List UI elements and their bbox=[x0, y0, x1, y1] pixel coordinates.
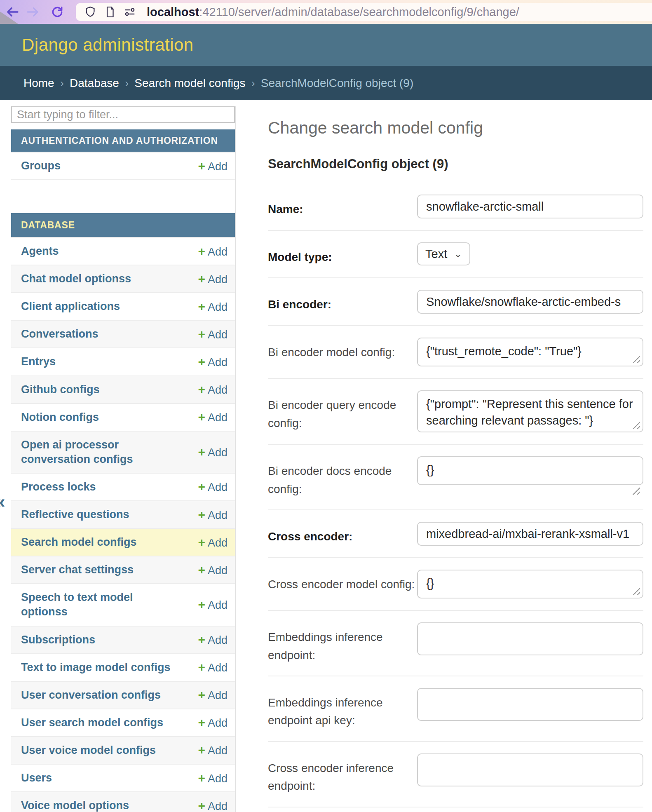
process-locks-link[interactable]: Process locks bbox=[21, 480, 96, 494]
auth-section-header[interactable]: AUTHENTICATION AND AUTHORIZATION bbox=[11, 129, 235, 152]
conversations-link[interactable]: Conversations bbox=[21, 327, 99, 341]
chat-model-optionss-link[interactable]: Chat model optionss bbox=[21, 272, 131, 286]
breadcrumb-search-model-configs[interactable]: Search model configs bbox=[134, 77, 245, 90]
resize-handle-icon[interactable] bbox=[630, 485, 640, 495]
cross-encoder-input[interactable] bbox=[417, 522, 643, 546]
sidebar-item-subscriptions: Subscriptions +Add bbox=[11, 626, 235, 653]
breadcrumb-home[interactable]: Home bbox=[23, 77, 54, 90]
text-to-image-model-configs-link[interactable]: Text to image model configs bbox=[21, 660, 171, 675]
page: localhost:42110/server/admin/database/se… bbox=[0, 0, 652, 812]
voice-model-options-link[interactable]: Voice model options bbox=[21, 798, 129, 812]
plus-icon: + bbox=[198, 660, 205, 674]
plus-icon: + bbox=[198, 300, 205, 313]
groups-link[interactable]: Groups bbox=[21, 159, 61, 173]
bi-encoder-model-config-label: Bi encoder model config: bbox=[268, 338, 417, 366]
add-user-search-model-configs-link[interactable]: +Add bbox=[198, 716, 227, 730]
url-host: localhost bbox=[147, 5, 199, 19]
cross-encoder-model-config-textarea[interactable]: {} bbox=[417, 570, 643, 598]
admin-header: Django administration bbox=[0, 24, 652, 66]
plus-icon: + bbox=[198, 743, 205, 757]
add-entrys-link[interactable]: +Add bbox=[198, 355, 227, 369]
admin-site-title[interactable]: Django administration bbox=[22, 35, 194, 55]
embeddings-inference-endpoint-input[interactable] bbox=[417, 622, 643, 655]
server-chat-settingss-link[interactable]: Server chat settingss bbox=[21, 563, 134, 577]
add-process-locks-link[interactable]: +Add bbox=[198, 480, 227, 494]
field-row-cross-encoder-inference-endpoint-api-key: Cross encoder inference endpoint api key… bbox=[268, 807, 643, 812]
add-voice-model-options-link[interactable]: +Add bbox=[198, 799, 227, 812]
entrys-link[interactable]: Entrys bbox=[21, 354, 56, 369]
back-button[interactable] bbox=[6, 5, 20, 19]
subscriptions-link[interactable]: Subscriptions bbox=[21, 633, 95, 647]
bi-encoder-docs-encode-config-textarea[interactable]: {} bbox=[417, 456, 643, 485]
reload-button[interactable] bbox=[50, 5, 64, 19]
add-notion-configs-link[interactable]: +Add bbox=[198, 410, 227, 424]
open-ai-processor-conversation-configs-link[interactable]: Open ai processor conversation configs bbox=[21, 438, 178, 467]
sidebar-item-conversations: Conversations +Add bbox=[11, 320, 235, 347]
add-speech-to-text-model-optionss-link[interactable]: +Add bbox=[198, 598, 227, 612]
user-conversation-configs-link[interactable]: User conversation configs bbox=[21, 688, 161, 702]
field-row-cross-encoder: Cross encoder: bbox=[268, 509, 643, 557]
model-type-select[interactable]: Text ⌄ bbox=[417, 242, 470, 265]
plus-icon: + bbox=[198, 383, 205, 396]
plus-icon: + bbox=[198, 244, 205, 258]
sidebar-item-users: Users +Add bbox=[11, 764, 235, 791]
name-label: Name: bbox=[268, 195, 417, 218]
add-users-link[interactable]: +Add bbox=[198, 771, 227, 785]
reflective-questions-link[interactable]: Reflective questions bbox=[21, 507, 129, 522]
shield-icon[interactable] bbox=[84, 6, 96, 18]
add-search-model-configs-link[interactable]: +Add bbox=[198, 535, 227, 549]
cross-encoder-model-config-label: Cross encoder model config: bbox=[268, 570, 417, 598]
sidebar-item-entrys: Entrys +Add bbox=[11, 347, 235, 375]
breadcrumb-database[interactable]: Database bbox=[70, 77, 119, 90]
bi-encoder-docs-encode-config-label: Bi encoder docs encode config: bbox=[268, 456, 417, 498]
forward-button[interactable] bbox=[26, 5, 40, 19]
add-agents-link[interactable]: +Add bbox=[198, 244, 227, 258]
add-reflective-questions-link[interactable]: +Add bbox=[198, 508, 227, 522]
add-user-voice-model-configs-link[interactable]: +Add bbox=[198, 743, 227, 757]
model-type-label: Model type: bbox=[268, 242, 417, 266]
bi-encoder-model-config-textarea[interactable]: {"trust_remote_code": "True"} bbox=[417, 338, 643, 366]
add-github-configs-link[interactable]: +Add bbox=[198, 383, 227, 397]
search-model-configs-link[interactable]: Search model configs bbox=[21, 535, 137, 549]
sidebar-item-agents: Agents +Add bbox=[11, 237, 235, 265]
add-user-conversation-configs-link[interactable]: +Add bbox=[198, 688, 227, 702]
add-client-applications-link[interactable]: +Add bbox=[198, 300, 227, 314]
agents-link[interactable]: Agents bbox=[21, 244, 59, 258]
add-text-to-image-model-configs-link[interactable]: +Add bbox=[198, 660, 227, 674]
user-voice-model-configs-link[interactable]: User voice model configs bbox=[21, 743, 156, 758]
add-chat-model-optionss-link[interactable]: +Add bbox=[198, 272, 227, 286]
speech-to-text-model-optionss-link[interactable]: Speech to text model optionss bbox=[21, 590, 178, 619]
add-open-ai-processor-conversation-configs-link[interactable]: +Add bbox=[198, 445, 227, 459]
sidebar-item-text-to-image-model-configs: Text to image model configs +Add bbox=[11, 653, 235, 681]
bi-encoder-query-encode-config-textarea[interactable]: {"prompt": "Represent this sentence for … bbox=[417, 390, 643, 432]
add-server-chat-settingss-link[interactable]: +Add bbox=[198, 563, 227, 577]
client-applications-link[interactable]: Client applications bbox=[21, 299, 120, 314]
sidebar-filter-input[interactable] bbox=[11, 106, 235, 123]
breadcrumb-separator: › bbox=[125, 77, 129, 90]
plus-icon: + bbox=[198, 716, 205, 729]
main-content: Change search model config SearchModelCo… bbox=[236, 100, 652, 812]
plus-icon: + bbox=[198, 508, 205, 521]
field-row-embeddings-inference-endpoint-api-key: Embeddings inference endpoint api key: bbox=[268, 676, 643, 741]
add-conversations-link[interactable]: +Add bbox=[198, 327, 227, 341]
user-search-model-configs-link[interactable]: User search model configs bbox=[21, 716, 163, 730]
add-groups-link[interactable]: +Add bbox=[198, 159, 227, 173]
sidebar-item-user-voice-model-configs: User voice model configs +Add bbox=[11, 736, 235, 764]
add-subscriptions-link[interactable]: +Add bbox=[198, 633, 227, 647]
address-bar[interactable]: localhost:42110/server/admin/database/se… bbox=[76, 3, 652, 21]
plus-icon: + bbox=[198, 445, 205, 459]
plus-icon: + bbox=[198, 799, 205, 812]
sidebar-item-user-search-model-configs: User search model configs +Add bbox=[11, 709, 235, 736]
github-configs-link[interactable]: Github configs bbox=[21, 383, 99, 397]
embeddings-inference-endpoint-api-key-input[interactable] bbox=[417, 688, 643, 721]
cross-encoder-inference-endpoint-input[interactable] bbox=[417, 753, 643, 786]
permissions-sliders-icon[interactable] bbox=[124, 6, 136, 18]
users-link[interactable]: Users bbox=[21, 771, 52, 785]
bi-encoder-input[interactable] bbox=[417, 290, 643, 314]
notion-configs-link[interactable]: Notion configs bbox=[21, 410, 99, 425]
sidebar-collapse-toggle[interactable]: « bbox=[0, 491, 5, 512]
name-input[interactable] bbox=[417, 195, 643, 218]
plus-icon: + bbox=[198, 633, 205, 646]
database-section-header[interactable]: DATABASE bbox=[11, 213, 235, 237]
page-info-icon[interactable] bbox=[104, 6, 116, 18]
